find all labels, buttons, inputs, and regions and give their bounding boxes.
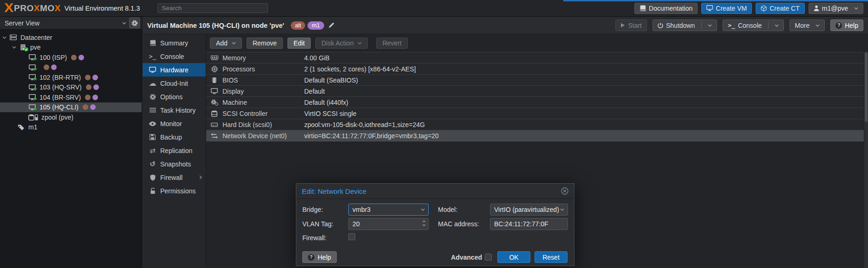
- page-title: Virtual Machine 105 (HQ-CLI) on node 'pv…: [147, 22, 284, 29]
- create-ct-button[interactable]: Create CT: [756, 3, 805, 14]
- dialog-titlebar[interactable]: Edit: Network Device: [296, 184, 574, 199]
- tag-dot-m1: [93, 84, 99, 90]
- table-row-scsi-controller[interactable]: SCSI Controller VirtIO SCSI single: [206, 108, 868, 119]
- chevron-down-icon[interactable]: [12, 46, 16, 49]
- dialog-help-button[interactable]: ? Help: [302, 251, 337, 263]
- more-button[interactable]: More: [790, 19, 825, 31]
- chevron-down-icon[interactable]: [708, 24, 712, 27]
- chevron-down-icon[interactable]: [2, 36, 7, 39]
- edit-tags-pencil-icon[interactable]: [328, 22, 334, 28]
- tree-item-vm-104[interactable]: 104 (BR-SRV): [0, 92, 142, 102]
- table-row-bios[interactable]: BIOS Default (SeaBIOS): [206, 75, 868, 86]
- table-row-display[interactable]: Display Default: [206, 86, 868, 97]
- table-row-network-device-selected[interactable]: Network Device (net0) virtio=BC:24:11:72…: [206, 130, 868, 141]
- monitor-icon: [149, 67, 157, 73]
- bridge-label: Bridge:: [302, 206, 323, 213]
- vertical-scrollbar[interactable]: [864, 52, 868, 268]
- mac-address-field[interactable]: [490, 218, 568, 230]
- tab-console[interactable]: >_ Console: [143, 50, 206, 63]
- tree-item-vm-101[interactable]: [0, 63, 142, 73]
- create-vm-button[interactable]: Create VM: [701, 3, 752, 14]
- tab-task-history[interactable]: Task History: [143, 103, 206, 117]
- tab-snapshots[interactable]: ↺ Snapshots: [143, 157, 206, 171]
- cogs-icon: [210, 99, 219, 106]
- chevron-down-icon[interactable]: [421, 208, 425, 211]
- table-row-memory[interactable]: Memory 4.00 GiB: [206, 52, 868, 64]
- user-menu-button[interactable]: m1@pve: [809, 3, 863, 14]
- firewall-checkbox[interactable]: [348, 233, 355, 240]
- disk-action-button[interactable]: Disk Action: [315, 38, 368, 49]
- revert-button[interactable]: Revert: [376, 38, 407, 49]
- monitor-icon: [210, 88, 219, 94]
- tree-item-node-pve[interactable]: pve: [0, 43, 142, 53]
- tree-item-pool-m1[interactable]: m1: [0, 122, 142, 133]
- shutdown-button[interactable]: Shutdown: [653, 19, 717, 31]
- tree-item-datacenter[interactable]: Datacenter: [0, 32, 142, 43]
- running-play-badge: [34, 77, 37, 81]
- bridge-combo[interactable]: vmbr3: [348, 204, 429, 216]
- tab-firewall[interactable]: Firewall: [143, 171, 206, 184]
- top-accent-strip: [563, 0, 868, 1]
- sidebar: Server View Datacenter pve: [0, 17, 142, 268]
- documentation-button[interactable]: Documentation: [634, 3, 698, 14]
- edit-network-device-dialog: Edit: Network Device Bridge: vmbr3 Model…: [296, 183, 574, 266]
- tree-item-label: 100 (ISP): [39, 54, 67, 61]
- tab-options[interactable]: Options: [143, 90, 206, 103]
- tree-item-label: Datacenter: [20, 34, 52, 41]
- chevron-down-icon[interactable]: [560, 208, 564, 211]
- tab-summary[interactable]: Summary: [143, 36, 206, 50]
- close-icon[interactable]: [561, 187, 568, 195]
- reset-button[interactable]: Reset: [535, 251, 568, 263]
- create-ct-label: Create CT: [770, 5, 800, 12]
- proxmox-logo-mark: X: [4, 2, 13, 14]
- tab-backup[interactable]: Backup: [143, 130, 206, 144]
- tree-item-label: 104 (BR-SRV): [39, 94, 81, 101]
- console-button[interactable]: >_ Console: [723, 19, 784, 31]
- table-row-machine[interactable]: Machine Default (i440fx): [206, 97, 868, 108]
- tag-pill-m1: m1: [307, 21, 324, 30]
- memory-icon: [210, 55, 219, 61]
- tag-dot-alt: [85, 75, 91, 80]
- play-icon: [620, 23, 625, 28]
- remove-button[interactable]: Remove: [247, 38, 283, 49]
- status-ok-badge: [24, 47, 28, 51]
- spinner-arrows[interactable]: [422, 220, 426, 226]
- gear-icon: [149, 94, 157, 100]
- tab-monitor[interactable]: Monitor: [143, 117, 206, 130]
- proxmox-app: X PROXMOX Virtual Environment 8.1.3 Docu…: [0, 0, 868, 268]
- vm-titlebar: Virtual Machine 105 (HQ-CLI) on node 'pv…: [143, 17, 868, 34]
- monitor-icon: [706, 5, 713, 11]
- vm-menu: Summary >_ Console Hardware ☁ Cloud-Init…: [143, 34, 206, 268]
- advanced-checkbox[interactable]: [485, 254, 492, 261]
- table-row-hard-disk[interactable]: Hard Disk (scsi0) zpool:vm-105-disk-0,io…: [206, 119, 868, 130]
- user-icon: [814, 5, 819, 11]
- add-button[interactable]: Add: [210, 38, 242, 49]
- search-input[interactable]: [157, 3, 268, 13]
- vlan-tag-spinner[interactable]: 20: [348, 218, 429, 230]
- table-row-processors[interactable]: Processors 2 (1 sockets, 2 cores) [x86-6…: [206, 64, 868, 75]
- question-icon: ?: [835, 22, 842, 29]
- tree-item-vm-103[interactable]: 103 (HQ-SRV): [0, 83, 142, 93]
- help-button[interactable]: ? Help: [830, 19, 863, 31]
- chevron-down-icon[interactable]: [775, 24, 779, 27]
- ok-button[interactable]: OK: [497, 251, 530, 263]
- chevron-down-icon: [854, 7, 858, 10]
- tree-item-vm-105-selected[interactable]: 105 (HQ-CLI): [0, 102, 142, 113]
- book-icon: [149, 40, 157, 46]
- chevron-right-icon: [199, 175, 202, 179]
- running-play-badge: [34, 67, 37, 71]
- tab-permissions[interactable]: Permissions: [143, 184, 206, 198]
- tree-item-vm-100[interactable]: 100 (ISP): [0, 52, 142, 63]
- tree-item-vm-102[interactable]: 102 (BR-RTR): [0, 72, 142, 83]
- tab-hardware[interactable]: Hardware: [143, 63, 206, 77]
- start-button[interactable]: Start: [615, 19, 647, 31]
- tab-cloud-init[interactable]: ☁ Cloud-Init: [143, 77, 206, 90]
- tree-item-storage-zpool[interactable]: zpool (pve): [0, 112, 142, 122]
- view-selector[interactable]: Server View: [0, 17, 142, 30]
- model-combo[interactable]: VirtIO (paravirtualized): [490, 204, 568, 216]
- vm-icon: [28, 54, 36, 60]
- edit-button[interactable]: Edit: [287, 38, 311, 49]
- tab-replication[interactable]: ⇄ Replication: [143, 144, 206, 157]
- tree-settings-button[interactable]: [129, 18, 140, 28]
- scrollbar-thumb[interactable]: [865, 52, 868, 122]
